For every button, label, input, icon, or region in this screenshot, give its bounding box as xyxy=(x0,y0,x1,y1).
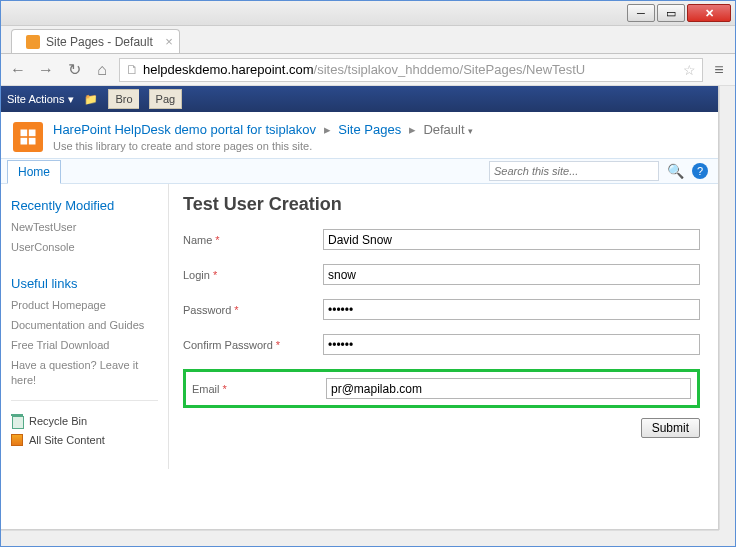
browser-tab[interactable]: Site Pages - Default × xyxy=(11,29,180,53)
horizontal-scrollbar[interactable] xyxy=(1,530,719,546)
bookmark-star-icon[interactable]: ☆ xyxy=(683,62,696,78)
login-label: Login* xyxy=(183,269,323,281)
breadcrumb-site-pages[interactable]: Site Pages xyxy=(338,122,401,137)
sidebar-link-product-homepage[interactable]: Product Homepage xyxy=(11,295,158,315)
page-content: Site Actions ▾ 📁 BroPag HarePoint HelpDe… xyxy=(1,86,719,530)
page-header: HarePoint HelpDesk demo portal for tsipl… xyxy=(1,112,718,158)
svg-rect-0 xyxy=(21,130,28,137)
site-logo[interactable] xyxy=(13,122,43,152)
chevron-right-icon: ▸ xyxy=(320,122,335,137)
scroll-corner xyxy=(719,530,735,546)
navigate-up-icon[interactable]: 📁 xyxy=(84,93,98,106)
recently-modified-heading: Recently Modified xyxy=(11,198,158,213)
ribbon-tab-page[interactable]: Pag xyxy=(149,89,183,109)
minimize-button[interactable]: ─ xyxy=(627,4,655,22)
sidebar-link-free-trial[interactable]: Free Trial Download xyxy=(11,335,158,355)
submit-button[interactable]: Submit xyxy=(641,418,700,438)
recycle-bin-icon xyxy=(11,414,23,428)
search-icon[interactable]: 🔍 xyxy=(667,163,684,179)
email-highlighted-row: Email* xyxy=(183,369,700,408)
confirm-password-label: Confirm Password* xyxy=(183,339,323,351)
back-button[interactable]: ← xyxy=(7,61,29,79)
all-content-icon xyxy=(11,434,23,446)
password-field[interactable] xyxy=(323,299,700,320)
maximize-button[interactable]: ▭ xyxy=(657,4,685,22)
browser-tabstrip: Site Pages - Default × xyxy=(1,26,735,54)
quicklaunch-tabs: Home 🔍 ? xyxy=(1,158,718,184)
useful-links-heading: Useful links xyxy=(11,276,158,291)
window-titlebar: ─ ▭ ✕ xyxy=(1,1,735,26)
password-label: Password* xyxy=(183,304,323,316)
home-button[interactable]: ⌂ xyxy=(91,61,113,79)
name-field[interactable] xyxy=(323,229,700,250)
search-input[interactable] xyxy=(489,161,659,181)
name-label: Name* xyxy=(183,234,323,246)
quicklaunch-sidebar: Recently Modified NewTestUser UserConsol… xyxy=(1,184,169,469)
ribbon-tab-browse[interactable]: Bro xyxy=(108,89,138,109)
email-label: Email* xyxy=(192,383,326,395)
tab-favicon xyxy=(26,35,40,49)
sidebar-link-newtestuser[interactable]: NewTestUser xyxy=(11,217,158,237)
library-description: Use this library to create and store pag… xyxy=(53,140,473,152)
breadcrumb: HarePoint HelpDesk demo portal for tsipl… xyxy=(53,122,473,137)
sidebar-link-userconsole[interactable]: UserConsole xyxy=(11,237,158,257)
email-field[interactable] xyxy=(326,378,691,399)
sidebar-link-documentation[interactable]: Documentation and Guides xyxy=(11,315,158,335)
recycle-bin-link[interactable]: Recycle Bin xyxy=(11,411,158,431)
svg-rect-3 xyxy=(29,138,36,145)
help-icon[interactable]: ? xyxy=(692,163,708,179)
chevron-right-icon: ▸ xyxy=(405,122,420,137)
browser-menu-icon[interactable]: ≡ xyxy=(709,61,729,79)
site-actions-label: Site Actions xyxy=(7,93,64,105)
svg-rect-2 xyxy=(21,138,28,145)
page-title: Test User Creation xyxy=(183,194,700,215)
svg-rect-1 xyxy=(29,130,36,137)
main-form-area: Test User Creation Name* Login* Password… xyxy=(169,184,718,469)
url-domain: helpdeskdemo.harepoint.com xyxy=(143,62,314,77)
tab-title: Site Pages - Default xyxy=(46,35,153,49)
close-button[interactable]: ✕ xyxy=(687,4,731,22)
site-actions-menu[interactable]: Site Actions ▾ xyxy=(7,93,74,106)
tab-home[interactable]: Home xyxy=(7,160,61,184)
page-icon: 🗋 xyxy=(126,62,139,77)
address-bar[interactable]: 🗋 helpdeskdemo.harepoint.com/sites/tsipl… xyxy=(119,58,703,82)
all-site-content-link[interactable]: All Site Content xyxy=(11,431,158,449)
breadcrumb-root[interactable]: HarePoint HelpDesk demo portal for tsipl… xyxy=(53,122,316,137)
breadcrumb-current: Default ▾ xyxy=(423,122,473,137)
confirm-password-field[interactable] xyxy=(323,334,700,355)
tab-close-icon[interactable]: × xyxy=(165,34,173,49)
sidebar-link-question[interactable]: Have a question? Leave it here! xyxy=(11,355,158,390)
browser-toolbar: ← → ↻ ⌂ 🗋 helpdeskdemo.harepoint.com/sit… xyxy=(1,54,735,86)
reload-button[interactable]: ↻ xyxy=(63,60,85,79)
login-field[interactable] xyxy=(323,264,700,285)
vertical-scrollbar[interactable] xyxy=(719,86,735,546)
chevron-down-icon: ▾ xyxy=(68,93,74,106)
forward-button[interactable]: → xyxy=(35,61,57,79)
chevron-down-icon[interactable]: ▾ xyxy=(468,126,473,136)
url-path: /sites/tsiplakov_hhddemo/SitePages/NewTe… xyxy=(314,62,586,77)
sp-ribbon: Site Actions ▾ 📁 BroPag xyxy=(1,86,718,112)
